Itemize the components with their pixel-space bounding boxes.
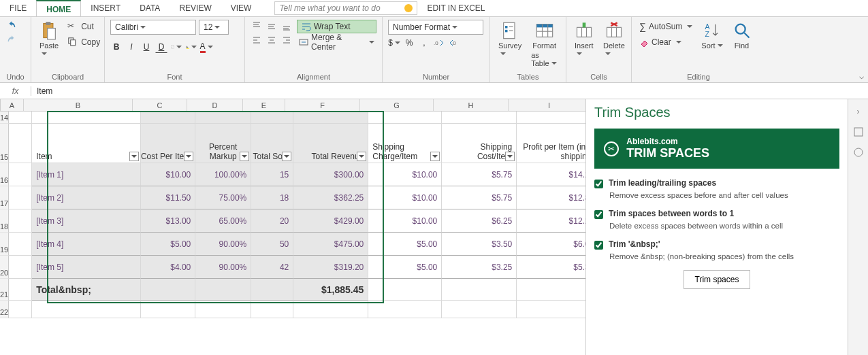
- tell-me-search[interactable]: Tell me what you want to do: [274, 1, 417, 15]
- row-22[interactable]: 22: [0, 301, 9, 318]
- filter-icon[interactable]: [129, 152, 139, 161]
- tab-file[interactable]: FILE: [0, 0, 36, 16]
- filter-icon[interactable]: [430, 152, 440, 161]
- comma-button[interactable]: ,: [418, 37, 430, 49]
- fill-color-button[interactable]: [185, 41, 197, 53]
- row-19[interactable]: 19: [0, 233, 9, 256]
- decrease-decimal[interactable]: .0: [448, 37, 460, 49]
- cell-rev[interactable]: $300.00: [293, 163, 368, 186]
- cell-shipcost[interactable]: $6.25: [442, 209, 517, 233]
- bold-button[interactable]: B: [110, 41, 123, 53]
- cell-shipcost[interactable]: $3.50: [442, 233, 517, 256]
- currency-button[interactable]: $: [388, 37, 400, 49]
- col-G[interactable]: G: [360, 99, 434, 112]
- merge-center-button[interactable]: Merge & Center: [297, 35, 376, 49]
- align-left[interactable]: [251, 34, 263, 46]
- edit-in-excel[interactable]: EDIT IN EXCEL: [427, 3, 485, 13]
- font-name-select[interactable]: Calibri: [110, 20, 196, 35]
- cell-rev[interactable]: $319.20: [293, 256, 368, 279]
- cell-profit[interactable]: $5.35: [517, 256, 585, 279]
- cut-button[interactable]: ✂Cut: [65, 20, 102, 33]
- tool-icon-2[interactable]: [852, 146, 865, 159]
- cell-sold[interactable]: 15: [251, 163, 293, 186]
- format-as-table-button[interactable]: Format as Table: [528, 20, 560, 69]
- cell-sold[interactable]: 42: [251, 256, 293, 279]
- insert-button[interactable]: Insert: [572, 20, 596, 59]
- cell-markup[interactable]: 75.00%: [195, 186, 251, 209]
- align-bottom[interactable]: [280, 20, 293, 32]
- col-C[interactable]: C: [133, 99, 187, 112]
- increase-decimal[interactable]: .0: [433, 37, 445, 49]
- cell-item[interactable]: [Item 5]: [32, 256, 141, 279]
- spreadsheet-grid[interactable]: A B C D E F G H I 14 15 Item: [0, 99, 585, 355]
- tab-data[interactable]: DATA: [130, 0, 170, 16]
- row-15[interactable]: 15: [0, 124, 9, 163]
- col-A[interactable]: A: [1, 99, 24, 112]
- collapse-ribbon-icon[interactable]: ⌵: [859, 71, 864, 81]
- cell-item[interactable]: [Item 1]: [32, 163, 141, 186]
- cell-profit[interactable]: $12.88: [517, 186, 585, 209]
- cell-cost[interactable]: $11.50: [141, 186, 195, 209]
- opt-trim-nbsp[interactable]: Trim '&nbsp;': [594, 239, 839, 250]
- total-label[interactable]: Total&nbsp;: [32, 279, 141, 301]
- row-20[interactable]: 20: [0, 256, 9, 279]
- col-I[interactable]: I: [509, 99, 585, 112]
- cell-sold[interactable]: 50: [251, 233, 293, 256]
- col-E[interactable]: E: [243, 99, 285, 112]
- tab-home[interactable]: HOME: [36, 0, 81, 16]
- find-button[interactable]: Find: [730, 20, 754, 51]
- cell-rev[interactable]: $362.25: [293, 186, 368, 209]
- cell-shipcost[interactable]: $5.75: [442, 163, 517, 186]
- cell-markup[interactable]: 90.00%: [195, 233, 251, 256]
- cell-cost[interactable]: $5.00: [141, 233, 195, 256]
- wrap-text-button[interactable]: Wrap Text: [297, 20, 376, 33]
- fx-label[interactable]: fx: [0, 86, 31, 96]
- tab-review[interactable]: REVIEW: [170, 0, 221, 16]
- cell-shipchg[interactable]: $5.00: [368, 256, 442, 279]
- undo-button[interactable]: [5, 20, 18, 32]
- checkbox-2[interactable]: [594, 210, 603, 219]
- filter-icon[interactable]: [240, 152, 249, 161]
- cell-sold[interactable]: 18: [251, 186, 293, 209]
- clear-button[interactable]: Clear: [637, 35, 694, 49]
- cell-sold[interactable]: 20: [251, 209, 293, 233]
- checkbox-1[interactable]: [594, 180, 603, 188]
- tab-view[interactable]: VIEW: [221, 0, 261, 16]
- align-center[interactable]: [266, 34, 278, 46]
- row-21[interactable]: 21: [0, 279, 9, 301]
- col-H[interactable]: H: [434, 99, 509, 112]
- row-16[interactable]: 16: [0, 163, 9, 186]
- number-format-select[interactable]: Number Format: [388, 20, 483, 35]
- cell-item[interactable]: [Item 3]: [32, 209, 141, 233]
- trim-spaces-button[interactable]: Trim spaces: [684, 270, 751, 289]
- cell-item[interactable]: [Item 2]: [32, 186, 141, 209]
- tool-icon-1[interactable]: [852, 125, 865, 139]
- align-top[interactable]: [251, 20, 263, 32]
- filter-icon[interactable]: [357, 152, 366, 161]
- cell-shipcost[interactable]: $3.25: [442, 256, 517, 279]
- row-18[interactable]: 18: [0, 209, 9, 233]
- cell-profit[interactable]: $12.20: [517, 209, 585, 233]
- filter-icon[interactable]: [282, 152, 291, 161]
- redo-button[interactable]: [5, 34, 18, 46]
- opt-trim-leading[interactable]: Trim leading/trailing spaces: [594, 178, 839, 188]
- delete-button[interactable]: Delete: [600, 20, 628, 59]
- cell-shipchg[interactable]: $10.00: [368, 163, 442, 186]
- expand-pane-icon[interactable]: ›: [852, 105, 865, 118]
- checkbox-3[interactable]: [594, 241, 603, 250]
- cell-rev[interactable]: $475.00: [293, 233, 368, 256]
- tab-insert[interactable]: INSERT: [81, 0, 130, 16]
- total-rev[interactable]: $1,885.45: [293, 279, 368, 301]
- formula-value[interactable]: Item: [31, 86, 868, 96]
- filter-icon[interactable]: [505, 152, 515, 161]
- sort-button[interactable]: AZ Sort: [698, 20, 725, 51]
- cell-shipchg[interactable]: $10.00: [368, 186, 442, 209]
- italic-button[interactable]: I: [125, 41, 138, 53]
- cell-shipchg[interactable]: $10.00: [368, 209, 442, 233]
- cell-shipchg[interactable]: $5.00: [368, 233, 442, 256]
- row-17[interactable]: 17: [0, 186, 9, 209]
- cell-markup[interactable]: 90.00%: [195, 256, 251, 279]
- col-D[interactable]: D: [187, 99, 243, 112]
- col-B[interactable]: B: [24, 99, 133, 112]
- cell-cost[interactable]: $4.00: [141, 256, 195, 279]
